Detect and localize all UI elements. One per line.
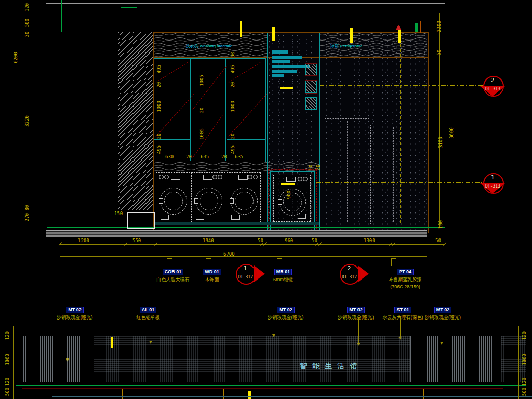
material-callout[interactable]: COR 01 白色人造大理石 (150, 266, 196, 283)
counter-line (154, 162, 319, 162)
centerline (352, 26, 352, 261)
dim: 550 (132, 238, 141, 243)
cabinet-dashed (325, 118, 369, 224)
detail-bar (415, 23, 418, 32)
plinth-detail (127, 212, 155, 229)
spec-text-block (272, 65, 310, 68)
leader (167, 258, 167, 266)
marker-leader (320, 85, 483, 86)
dim: 1300 (364, 238, 375, 243)
material-callout[interactable]: PT 04 布鲁斯蓝乳胶漆 (706C 28/159) (377, 266, 434, 289)
highlight-bar (272, 27, 275, 41)
leader (391, 258, 392, 266)
centerline (400, 44, 401, 223)
louver-panel (410, 336, 501, 382)
detail-marker[interactable]: 1 DT-312 (235, 264, 258, 286)
section-line (503, 311, 503, 399)
highlight-bar (248, 391, 251, 399)
base-line (22, 388, 503, 389)
highlight-bar (398, 30, 401, 43)
washing-machine (227, 172, 261, 223)
leader (277, 258, 282, 259)
band-line (16, 332, 526, 333)
dim: 120 (4, 324, 10, 347)
dim: 30 (315, 156, 321, 179)
material-callout[interactable]: MR 01 6mm银镜 (262, 266, 304, 283)
dim: 150 (114, 211, 123, 216)
washing-machine (191, 172, 225, 223)
material-callout[interactable]: MT 02 沙铜玫瑰金(哑光) (418, 304, 468, 321)
machine-door (195, 188, 222, 215)
washing-machine (156, 172, 190, 223)
dim: 1860 (4, 348, 10, 371)
highlight-bar (350, 28, 353, 43)
dim: 1940 (203, 238, 214, 243)
dim: 20 (156, 73, 162, 96)
machine-knob (164, 175, 169, 179)
shelf-divider (190, 58, 191, 161)
machine-base (154, 222, 319, 225)
dim-line (450, 13, 450, 227)
dim: 6700 (223, 251, 235, 257)
dim: 100 (437, 213, 444, 236)
dim: 630 (165, 154, 174, 159)
joint-tick (325, 389, 325, 399)
dim: 20 (186, 154, 192, 159)
machine-door (279, 189, 306, 216)
refrigerator-note: 冰箱 Refrigerator (330, 43, 362, 49)
shelf-line (191, 112, 225, 112)
machine-door (160, 188, 187, 215)
dim: 20 (198, 99, 205, 122)
leader (400, 317, 401, 338)
machine-display (238, 175, 248, 180)
machine-vent (161, 215, 169, 220)
highlight-bar (111, 337, 113, 348)
detail-marker[interactable]: 2 DT-312 (339, 264, 362, 286)
material-callout[interactable]: MT 02 沙铜玫瑰金(哑光) (262, 304, 309, 321)
floor-line (47, 227, 445, 228)
panel-edge (267, 33, 268, 231)
material-callout[interactable]: WD 01 木饰面 (191, 266, 233, 283)
machine-knob (248, 175, 252, 179)
dim: 50 (436, 41, 442, 64)
section-marker[interactable]: 2 DT-313 (482, 76, 505, 98)
dim: 3220 (24, 110, 30, 132)
machine-knob (303, 177, 308, 181)
dim: 960 (285, 238, 293, 243)
leader (391, 258, 396, 259)
material-callout[interactable]: AL 01 红色铝单板 (125, 304, 171, 321)
dim: 1000 (230, 95, 236, 118)
storefront-signage: 智能生活馆 (300, 362, 362, 371)
cabinet-dashed (370, 125, 416, 224)
floor-slab (46, 230, 427, 237)
detail-arrow (396, 25, 401, 30)
dim-line (60, 256, 427, 257)
spec-text-block (272, 56, 302, 59)
separator-line (0, 300, 532, 300)
dim: 50 (312, 238, 317, 243)
joint-tick (223, 389, 224, 399)
machine-vent (231, 215, 240, 220)
dim: 20 (221, 154, 227, 159)
mesh-panel (94, 336, 410, 382)
machine-knob (159, 175, 164, 179)
marker-leader (316, 182, 483, 183)
machine-knob (253, 175, 258, 179)
machine-knob (298, 177, 302, 181)
machine-door (231, 188, 258, 215)
machine-display (286, 177, 296, 182)
machine-vent (196, 215, 204, 220)
joint-tick (122, 389, 123, 399)
dim: 1005 (198, 123, 205, 145)
material-callout[interactable]: MT 02 沙铜玫瑰金(哑光) (332, 304, 379, 321)
dim: 500 (4, 380, 10, 399)
section-marker[interactable]: 1 DT-313 (482, 173, 505, 195)
material-callout[interactable]: MT 02 沙铜玫瑰金(哑光) (51, 304, 98, 321)
dim: 1000 (156, 95, 162, 118)
dim: 3100 (437, 131, 444, 154)
base-strip (52, 396, 532, 397)
dim: 500 (521, 380, 527, 399)
niche-square (305, 81, 317, 93)
panel-edge (319, 33, 320, 231)
dim-line (13, 326, 14, 399)
